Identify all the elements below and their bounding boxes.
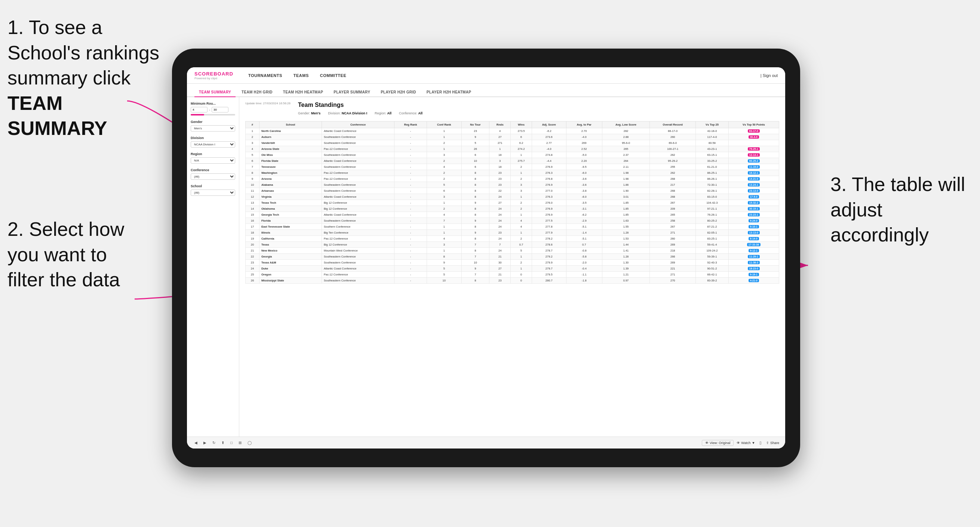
view-original-button[interactable]: 👁 View: Original [702, 440, 733, 446]
table-cell: Southeastern Conference [321, 188, 394, 194]
table-cell: Vanderbilt [259, 140, 321, 146]
table-cell: 13-13-0 [729, 230, 779, 236]
toolbar-share2[interactable]: ⬆ [220, 440, 226, 446]
table-row: 14OklahomaBig 12 Conference-28242276.9-3… [246, 206, 779, 212]
table-cell: 269 [566, 140, 602, 146]
toolbar-back[interactable]: ◀ [193, 440, 199, 446]
table-cell: 8 [461, 224, 490, 230]
table-cell: -3.6 [566, 182, 602, 188]
table-cell: 2.77 [532, 140, 566, 146]
nav-tournaments[interactable]: TOURNAMENTS [248, 73, 282, 78]
table-row: 7TennesseeSoutheastern Conference-461822… [246, 164, 779, 170]
filter-slider[interactable] [191, 114, 235, 116]
table-cell: 7 [427, 218, 462, 224]
table-cell: 4 [511, 218, 532, 224]
table-cell: 1 [427, 230, 462, 236]
nav-committee[interactable]: COMMITTEE [320, 73, 347, 78]
share-button[interactable]: ⇧ Share [766, 441, 779, 445]
filter-conference-select[interactable]: (All) Atlantic Coast Conference Southeas… [191, 173, 235, 180]
tab-player-summary[interactable]: PLAYER SUMMARY [329, 88, 375, 97]
toolbar-copy[interactable]: ▯ [758, 440, 763, 446]
table-cell: 7 [461, 254, 490, 260]
table-cell: 1.85 [602, 212, 650, 218]
tab-player-h2h-grid[interactable]: PLAYER H2H GRID [376, 88, 421, 97]
table-cell: 8 [461, 194, 490, 200]
col-conf-rank: Conf Rank [427, 121, 462, 128]
tab-team-h2h-grid[interactable]: TEAM H2H GRID [237, 88, 277, 97]
table-cell: 276.3 [532, 194, 566, 200]
table-cell: 14-21-0 [729, 176, 779, 182]
table-cell: 276.3 [532, 170, 566, 176]
table-cell: 63-17-0 [729, 128, 779, 134]
table-cell: 26 [461, 146, 490, 152]
table-row: 18IllinoisBig Ten Conference-19231277.9-… [246, 230, 779, 236]
filter-max-input[interactable] [212, 107, 229, 113]
nav-teams[interactable]: TEAMS [294, 73, 309, 78]
table-cell: 1 [427, 128, 462, 134]
table-cell: 6 [427, 188, 462, 194]
toolbar-bookmark[interactable]: □ [229, 440, 234, 446]
filter-display-division: Division: NCAA Division I [328, 111, 367, 115]
table-cell: 1.39 [602, 266, 650, 272]
table-row: 17East Tennessee StateSouthern Conferenc… [246, 224, 779, 230]
table-cell: 22 [490, 188, 511, 194]
filter-min-input[interactable] [191, 107, 207, 113]
table-row: 25OregonPac-12 Conference-57210279.5-1.1… [246, 272, 779, 278]
table-cell: 11-19-0 [729, 164, 779, 170]
table-cell: 264 [602, 158, 650, 164]
table-cell: 271 [650, 272, 696, 278]
table-cell: 273.6 [532, 134, 566, 140]
toolbar-circle[interactable]: ◯ [246, 440, 253, 446]
filter-division-select[interactable]: NCAA Division I NCAA Division II NCAA Di… [191, 141, 235, 148]
filter-school-select[interactable]: (All) [191, 189, 235, 196]
table-cell: 6 [461, 152, 490, 158]
table-cell: 5 [511, 248, 532, 254]
table-cell: Big Ten Conference [321, 230, 394, 236]
table-cell: 255 [650, 164, 696, 170]
table-cell: 9 [461, 218, 490, 224]
table-cell: 19 [246, 236, 259, 242]
table-cell: 282 [602, 128, 650, 134]
watch-button[interactable]: 👁 Watch ▼ [737, 441, 755, 445]
table-cell: 23 [490, 170, 511, 176]
table-cell: 1 [490, 146, 511, 152]
table-cell: 3 [427, 242, 462, 248]
table-cell: 1 [511, 152, 532, 158]
instruction-3: 3. The table will adjust accordingly [830, 172, 972, 248]
table-cell: 30 [490, 260, 511, 266]
table-cell: 9 [246, 176, 259, 182]
tab-team-summary[interactable]: TEAM SUMMARY [194, 88, 235, 97]
table-cell: 60-39-2 [696, 278, 729, 284]
table-cell: California [259, 236, 321, 242]
table-row: 26Mississippi StateSoutheastern Conferen… [246, 278, 779, 284]
table-cell: 278.2 [532, 236, 566, 242]
table-cell: Southeastern Conference [321, 254, 394, 260]
tab-player-h2h-heatmap[interactable]: PLAYER H2H HEATMAP [422, 88, 476, 97]
filter-region-select[interactable]: N/A East West [191, 157, 235, 164]
table-cell: 268 [650, 194, 696, 200]
sign-out-button[interactable]: | Sign out [760, 73, 778, 78]
table-cell: 86-26-1 [696, 176, 729, 182]
table-cell: 23-23-1 [729, 212, 779, 218]
col-rank: # [246, 121, 259, 128]
table-cell: 268 [650, 188, 696, 194]
table-cell: 9 [461, 134, 490, 140]
toolbar-refresh[interactable]: ↻ [211, 440, 217, 446]
tab-team-h2h-heatmap[interactable]: TEAM H2H HEATMAP [278, 88, 328, 97]
toolbar-forward[interactable]: ▶ [202, 440, 208, 446]
table-cell: 278.6 [532, 242, 566, 248]
table-cell: 117-4-0 [696, 134, 729, 140]
table-cell: 2 [511, 236, 532, 242]
table-cell: 279.7 [532, 266, 566, 272]
table-cell: Arizona State [259, 146, 321, 152]
table-cell: 1.53 [602, 236, 650, 242]
table-cell: 275.7 [511, 158, 532, 164]
toolbar-grid[interactable]: ⊞ [237, 440, 243, 446]
filter-gender-select[interactable]: Men's Women's [191, 125, 235, 132]
table-row: 4Arizona StatePac-12 Conference-1261274.… [246, 146, 779, 152]
table-cell: Oregon [259, 272, 321, 278]
table-cell: - [395, 272, 427, 278]
table-cell: 24 [490, 248, 511, 254]
table-cell: -3.8 [566, 188, 602, 194]
table-cell: 23 [461, 128, 490, 134]
